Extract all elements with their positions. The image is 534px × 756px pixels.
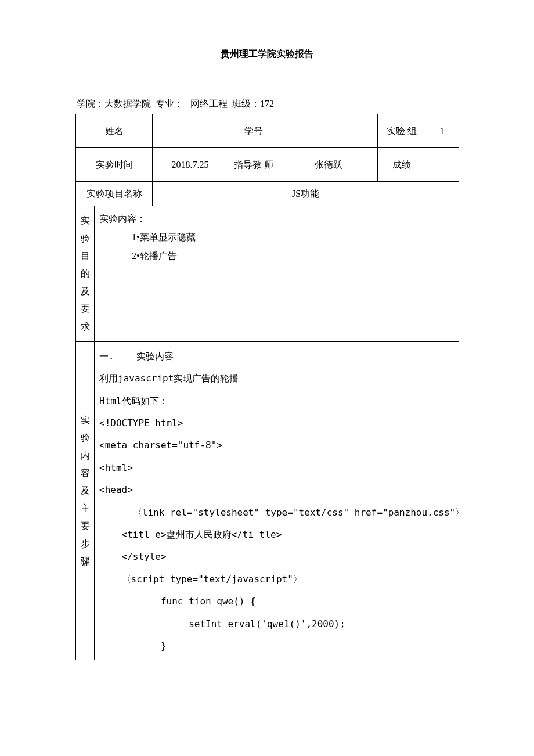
code-line: setInt erval('qwe1()',2000); — [99, 613, 454, 635]
code-line: 一. 实验内容 — [99, 345, 454, 368]
project-label: 实验项目名称 — [76, 182, 153, 206]
college-value: 大数据学院 — [104, 99, 151, 109]
teacher-value: 张德跃 — [279, 148, 378, 182]
id-value — [279, 114, 378, 148]
project-value: JS功能 — [153, 182, 459, 206]
score-label: 成绩 — [378, 148, 425, 182]
code-line: 〈link rel="stylesheet" type="text/css" h… — [99, 502, 454, 524]
time-label: 实验时间 — [76, 148, 153, 182]
code-line: 利用javascript实现广告的轮播 — [99, 368, 454, 390]
code-line: <meta charset="utf-8"> — [99, 434, 454, 456]
major-value: 网络工程 — [190, 99, 228, 109]
code-line: Html代码如下： — [99, 390, 454, 412]
report-table: 姓名 学号 实验 组 1 实验时间 2018.7.25 指导教 师 张德跃 成绩… — [75, 114, 459, 660]
code-line: } — [99, 635, 454, 657]
group-label: 实验 组 — [378, 114, 425, 148]
code-line: <!DOCTYPE html> — [99, 412, 454, 434]
group-value: 1 — [425, 114, 459, 148]
class-label: 班级： — [232, 99, 260, 109]
name-value — [153, 114, 228, 148]
document-title: 贵州理工学院实验报告 — [75, 46, 459, 62]
teacher-label: 指导教 师 — [228, 148, 279, 182]
college-label: 学院： — [77, 99, 104, 109]
code-line: <head> — [99, 479, 454, 501]
table-row: 实验目的及要求 实验内容： 1•菜单显示隐藏 2•轮播广告 — [76, 206, 459, 342]
table-row: 实验时间 2018.7.25 指导教 师 张德跃 成绩 — [76, 148, 459, 182]
code-line: </style> — [99, 546, 454, 568]
code-line: 〈script type="text/javascript"〉 — [99, 568, 454, 591]
table-row: 实验内容及主要步骤 一. 实验内容 利用javascript实现广告的轮播 Ht… — [76, 341, 459, 660]
purpose-content: 实验内容： 1•菜单显示隐藏 2•轮播广告 — [95, 206, 459, 342]
table-row: 姓名 学号 实验 组 1 — [76, 114, 459, 148]
code-line: <html> — [99, 457, 454, 479]
purpose-line: 2•轮播广告 — [99, 247, 454, 265]
class-value: 172 — [260, 99, 274, 109]
steps-side-label: 实验内容及主要步骤 — [76, 341, 95, 660]
code-line: <titl e>盘州市人民政府</ti tle> — [99, 524, 454, 546]
purpose-line: 实验内容： — [99, 210, 454, 228]
id-label: 学号 — [228, 114, 279, 148]
code-line: func tion qwe() { — [99, 591, 454, 613]
name-label: 姓名 — [76, 114, 153, 148]
header-info: 学院：大数据学院 专业： 网络工程 班级：172 — [75, 96, 459, 111]
steps-content: 一. 实验内容 利用javascript实现广告的轮播 Html代码如下： <!… — [95, 341, 459, 660]
purpose-side-label: 实验目的及要求 — [76, 206, 95, 342]
table-row: 实验项目名称 JS功能 — [76, 182, 459, 206]
purpose-line: 1•菜单显示隐藏 — [99, 228, 454, 247]
score-value — [425, 148, 459, 182]
time-value: 2018.7.25 — [153, 148, 228, 182]
major-label: 专业： — [156, 99, 183, 109]
